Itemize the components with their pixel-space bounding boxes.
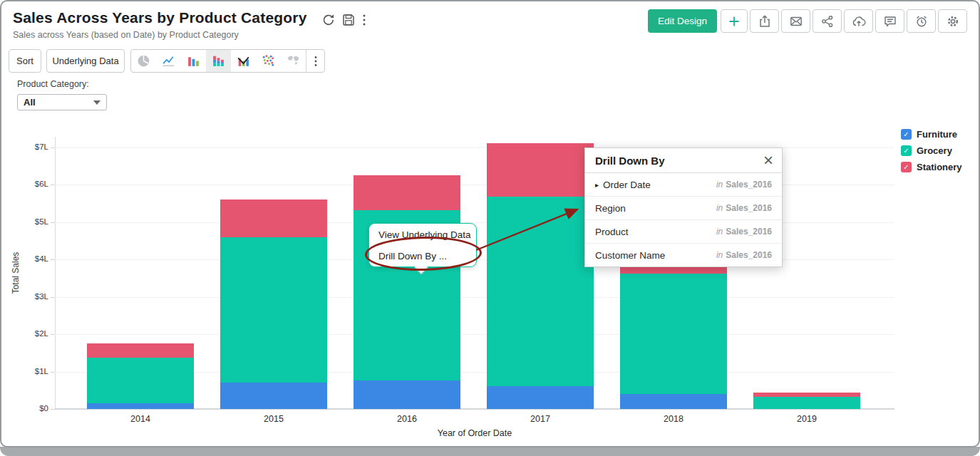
bar-segment-2018-furniture[interactable] — [620, 394, 727, 409]
y-tick-mark — [51, 185, 55, 185]
y-tick-label: $3L — [20, 292, 48, 301]
y-tick-label: $4L — [20, 254, 48, 263]
y-tick-label: $2L — [20, 329, 48, 338]
bar-segment-2014-furniture[interactable] — [87, 403, 194, 409]
gridline — [55, 334, 894, 335]
drill-item-label: Region — [595, 203, 626, 214]
drill-item-label: Customer Name — [595, 250, 665, 261]
drill-item-product[interactable]: Product inSales_2016 — [585, 220, 782, 244]
x-tick-label: 2019 — [753, 414, 860, 424]
source-name: Sales_2016 — [726, 250, 772, 260]
expand-arrow-icon: ▸ — [595, 181, 599, 189]
bar-segment-2017-grocery[interactable] — [487, 197, 594, 386]
drill-item-order-date[interactable]: ▸Order Date inSales_2016 — [585, 173, 782, 197]
drill-item-label: Order Date — [603, 180, 651, 190]
y-tick-mark — [51, 297, 55, 298]
bar-segment-2016-stationery[interactable] — [354, 175, 460, 211]
bar-segment-2014-stationery[interactable] — [87, 343, 194, 358]
source-name: Sales_2016 — [726, 180, 772, 190]
legend-label: Furniture — [917, 129, 957, 140]
checkbox-checked-icon[interactable]: ✓ — [901, 162, 912, 172]
y-tick-label: $0 — [20, 404, 48, 413]
x-tick-label: 2015 — [220, 414, 327, 424]
source-prefix: in — [716, 227, 723, 237]
bar-segment-2015-furniture[interactable] — [220, 383, 327, 409]
legend-label: Stationery — [917, 162, 962, 172]
x-tick-label: 2016 — [354, 414, 460, 424]
bar-segment-2016-furniture[interactable] — [354, 380, 460, 409]
x-tick-label: 2017 — [487, 414, 594, 424]
y-axis-line — [55, 137, 56, 409]
checkbox-checked-icon[interactable]: ✓ — [901, 129, 912, 140]
y-tick-label: $7L — [20, 142, 48, 151]
drill-item-region[interactable]: Region inSales_2016 — [585, 197, 782, 220]
checkbox-checked-icon[interactable]: ✓ — [901, 145, 912, 156]
y-tick-mark — [51, 222, 55, 223]
y-tick-mark — [51, 147, 55, 148]
bar-segment-2017-stationery[interactable] — [487, 143, 594, 197]
drill-down-popup-header: Drill Down By × — [585, 148, 782, 173]
bar-segment-2014-grocery[interactable] — [87, 358, 194, 403]
legend-item-stationery[interactable]: ✓ Stationery — [901, 162, 962, 172]
source-name: Sales_2016 — [726, 227, 772, 237]
gridline — [55, 297, 894, 298]
x-axis-title: Year of Order Date — [368, 428, 582, 438]
close-icon[interactable]: × — [763, 153, 773, 167]
y-tick-mark — [51, 409, 55, 410]
bar-segment-2019-grocery[interactable] — [753, 397, 860, 409]
bar-segment-2018-grocery[interactable] — [620, 274, 727, 394]
y-axis-title: Total Sales — [11, 202, 21, 344]
drill-item-label: Product — [595, 227, 629, 237]
view-underlying-data-menu-item[interactable]: View Underlying Data — [369, 224, 476, 245]
y-tick-mark — [51, 259, 55, 260]
y-tick-mark — [51, 334, 55, 335]
y-tick-mark — [51, 372, 55, 373]
source-prefix: in — [716, 180, 723, 190]
bar-segment-2017-furniture[interactable] — [487, 386, 594, 409]
stacked-bar-chart: $0$1L$2L$3L$4L$5L$6L$7L20142015201620172… — [1, 1, 979, 446]
window-shadow — [0, 447, 980, 456]
source-prefix: in — [716, 250, 723, 260]
bar-segment-2015-stationery[interactable] — [220, 200, 327, 237]
y-tick-label: $6L — [20, 180, 48, 188]
drill-item-customer-name[interactable]: Customer Name inSales_2016 — [585, 244, 782, 266]
bar-context-menu: View Underlying Data Drill Down By ... — [368, 223, 477, 267]
x-tick-label: 2018 — [620, 414, 727, 424]
popup-title: Drill Down By — [595, 155, 763, 167]
source-prefix: in — [716, 203, 723, 213]
bar-segment-2015-grocery[interactable] — [220, 237, 327, 383]
bar-segment-2019-stationery[interactable] — [753, 393, 860, 397]
y-tick-label: $5L — [20, 217, 48, 226]
legend-label: Grocery — [917, 145, 952, 156]
app-window: Sales Across Years by Product Category S… — [0, 0, 980, 447]
legend-item-grocery[interactable]: ✓ Grocery — [901, 145, 952, 156]
y-tick-label: $1L — [20, 367, 48, 375]
x-tick-label: 2014 — [87, 414, 194, 424]
drill-down-popup: Drill Down By × ▸Order Date inSales_2016… — [584, 147, 783, 267]
source-name: Sales_2016 — [726, 203, 772, 213]
legend-item-furniture[interactable]: ✓ Furniture — [901, 129, 957, 140]
